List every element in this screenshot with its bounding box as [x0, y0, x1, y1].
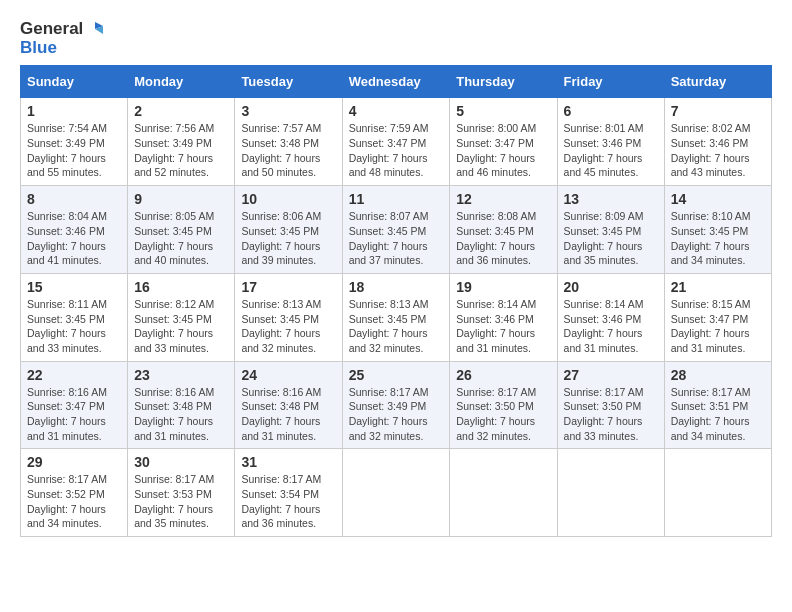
day-detail: Sunrise: 8:01 AMSunset: 3:46 PMDaylight:… — [564, 122, 644, 178]
day-number: 14 — [671, 191, 765, 207]
calendar-cell: 8 Sunrise: 8:04 AMSunset: 3:46 PMDayligh… — [21, 186, 128, 274]
day-number: 2 — [134, 103, 228, 119]
calendar-cell: 17 Sunrise: 8:13 AMSunset: 3:45 PMDaylig… — [235, 273, 342, 361]
day-detail: Sunrise: 8:04 AMSunset: 3:46 PMDaylight:… — [27, 210, 107, 266]
calendar-table: SundayMondayTuesdayWednesdayThursdayFrid… — [20, 65, 772, 537]
day-number: 7 — [671, 103, 765, 119]
logo-text: General Blue — [20, 20, 103, 57]
logo: General Blue — [20, 20, 103, 57]
calendar-cell: 20 Sunrise: 8:14 AMSunset: 3:46 PMDaylig… — [557, 273, 664, 361]
calendar-cell — [664, 449, 771, 537]
day-detail: Sunrise: 8:17 AMSunset: 3:50 PMDaylight:… — [456, 386, 536, 442]
day-detail: Sunrise: 8:11 AMSunset: 3:45 PMDaylight:… — [27, 298, 107, 354]
day-number: 22 — [27, 367, 121, 383]
day-number: 29 — [27, 454, 121, 470]
day-number: 17 — [241, 279, 335, 295]
calendar-cell: 31 Sunrise: 8:17 AMSunset: 3:54 PMDaylig… — [235, 449, 342, 537]
day-detail: Sunrise: 8:16 AMSunset: 3:47 PMDaylight:… — [27, 386, 107, 442]
day-number: 5 — [456, 103, 550, 119]
day-detail: Sunrise: 8:15 AMSunset: 3:47 PMDaylight:… — [671, 298, 751, 354]
day-number: 19 — [456, 279, 550, 295]
calendar-cell: 1 Sunrise: 7:54 AMSunset: 3:49 PMDayligh… — [21, 98, 128, 186]
calendar-cell: 19 Sunrise: 8:14 AMSunset: 3:46 PMDaylig… — [450, 273, 557, 361]
day-detail: Sunrise: 8:09 AMSunset: 3:45 PMDaylight:… — [564, 210, 644, 266]
day-detail: Sunrise: 8:10 AMSunset: 3:45 PMDaylight:… — [671, 210, 751, 266]
calendar-week-row: 22 Sunrise: 8:16 AMSunset: 3:47 PMDaylig… — [21, 361, 772, 449]
day-detail: Sunrise: 8:12 AMSunset: 3:45 PMDaylight:… — [134, 298, 214, 354]
calendar-cell — [342, 449, 450, 537]
calendar-week-row: 15 Sunrise: 8:11 AMSunset: 3:45 PMDaylig… — [21, 273, 772, 361]
calendar-cell: 25 Sunrise: 8:17 AMSunset: 3:49 PMDaylig… — [342, 361, 450, 449]
day-number: 4 — [349, 103, 444, 119]
day-detail: Sunrise: 8:13 AMSunset: 3:45 PMDaylight:… — [349, 298, 429, 354]
calendar-cell: 23 Sunrise: 8:16 AMSunset: 3:48 PMDaylig… — [128, 361, 235, 449]
calendar-cell — [557, 449, 664, 537]
day-detail: Sunrise: 7:54 AMSunset: 3:49 PMDaylight:… — [27, 122, 107, 178]
column-header-friday: Friday — [557, 66, 664, 98]
calendar-cell: 2 Sunrise: 7:56 AMSunset: 3:49 PMDayligh… — [128, 98, 235, 186]
day-number: 16 — [134, 279, 228, 295]
day-detail: Sunrise: 8:17 AMSunset: 3:50 PMDaylight:… — [564, 386, 644, 442]
calendar-header-row: SundayMondayTuesdayWednesdayThursdayFrid… — [21, 66, 772, 98]
column-header-thursday: Thursday — [450, 66, 557, 98]
day-number: 30 — [134, 454, 228, 470]
day-number: 10 — [241, 191, 335, 207]
day-number: 25 — [349, 367, 444, 383]
day-number: 8 — [27, 191, 121, 207]
calendar-cell: 26 Sunrise: 8:17 AMSunset: 3:50 PMDaylig… — [450, 361, 557, 449]
calendar-cell: 18 Sunrise: 8:13 AMSunset: 3:45 PMDaylig… — [342, 273, 450, 361]
calendar-week-row: 29 Sunrise: 8:17 AMSunset: 3:52 PMDaylig… — [21, 449, 772, 537]
column-header-wednesday: Wednesday — [342, 66, 450, 98]
calendar-cell: 27 Sunrise: 8:17 AMSunset: 3:50 PMDaylig… — [557, 361, 664, 449]
day-number: 28 — [671, 367, 765, 383]
day-number: 1 — [27, 103, 121, 119]
day-number: 15 — [27, 279, 121, 295]
calendar-week-row: 8 Sunrise: 8:04 AMSunset: 3:46 PMDayligh… — [21, 186, 772, 274]
logo-blue: Blue — [20, 39, 103, 58]
day-detail: Sunrise: 8:17 AMSunset: 3:49 PMDaylight:… — [349, 386, 429, 442]
day-detail: Sunrise: 8:17 AMSunset: 3:53 PMDaylight:… — [134, 473, 214, 529]
day-detail: Sunrise: 8:13 AMSunset: 3:45 PMDaylight:… — [241, 298, 321, 354]
calendar-cell: 10 Sunrise: 8:06 AMSunset: 3:45 PMDaylig… — [235, 186, 342, 274]
day-detail: Sunrise: 8:17 AMSunset: 3:51 PMDaylight:… — [671, 386, 751, 442]
day-detail: Sunrise: 7:59 AMSunset: 3:47 PMDaylight:… — [349, 122, 429, 178]
day-number: 26 — [456, 367, 550, 383]
day-number: 11 — [349, 191, 444, 207]
column-header-monday: Monday — [128, 66, 235, 98]
calendar-cell: 15 Sunrise: 8:11 AMSunset: 3:45 PMDaylig… — [21, 273, 128, 361]
day-detail: Sunrise: 8:05 AMSunset: 3:45 PMDaylight:… — [134, 210, 214, 266]
calendar-cell: 28 Sunrise: 8:17 AMSunset: 3:51 PMDaylig… — [664, 361, 771, 449]
day-detail: Sunrise: 8:02 AMSunset: 3:46 PMDaylight:… — [671, 122, 751, 178]
calendar-cell: 4 Sunrise: 7:59 AMSunset: 3:47 PMDayligh… — [342, 98, 450, 186]
day-detail: Sunrise: 8:00 AMSunset: 3:47 PMDaylight:… — [456, 122, 536, 178]
calendar-week-row: 1 Sunrise: 7:54 AMSunset: 3:49 PMDayligh… — [21, 98, 772, 186]
header: General Blue — [20, 20, 772, 57]
day-detail: Sunrise: 8:08 AMSunset: 3:45 PMDaylight:… — [456, 210, 536, 266]
day-detail: Sunrise: 8:06 AMSunset: 3:45 PMDaylight:… — [241, 210, 321, 266]
calendar-cell: 13 Sunrise: 8:09 AMSunset: 3:45 PMDaylig… — [557, 186, 664, 274]
day-detail: Sunrise: 8:14 AMSunset: 3:46 PMDaylight:… — [564, 298, 644, 354]
column-header-saturday: Saturday — [664, 66, 771, 98]
day-detail: Sunrise: 8:07 AMSunset: 3:45 PMDaylight:… — [349, 210, 429, 266]
day-number: 18 — [349, 279, 444, 295]
day-number: 21 — [671, 279, 765, 295]
calendar-cell: 14 Sunrise: 8:10 AMSunset: 3:45 PMDaylig… — [664, 186, 771, 274]
logo-general: General — [20, 20, 83, 39]
day-number: 9 — [134, 191, 228, 207]
column-header-sunday: Sunday — [21, 66, 128, 98]
day-number: 20 — [564, 279, 658, 295]
logo-bird-icon — [85, 20, 103, 38]
calendar-cell: 29 Sunrise: 8:17 AMSunset: 3:52 PMDaylig… — [21, 449, 128, 537]
day-number: 27 — [564, 367, 658, 383]
day-number: 31 — [241, 454, 335, 470]
calendar-cell: 30 Sunrise: 8:17 AMSunset: 3:53 PMDaylig… — [128, 449, 235, 537]
day-detail: Sunrise: 7:56 AMSunset: 3:49 PMDaylight:… — [134, 122, 214, 178]
day-detail: Sunrise: 7:57 AMSunset: 3:48 PMDaylight:… — [241, 122, 321, 178]
calendar-cell: 6 Sunrise: 8:01 AMSunset: 3:46 PMDayligh… — [557, 98, 664, 186]
calendar-cell: 11 Sunrise: 8:07 AMSunset: 3:45 PMDaylig… — [342, 186, 450, 274]
day-detail: Sunrise: 8:16 AMSunset: 3:48 PMDaylight:… — [241, 386, 321, 442]
column-header-tuesday: Tuesday — [235, 66, 342, 98]
day-number: 23 — [134, 367, 228, 383]
calendar-cell: 12 Sunrise: 8:08 AMSunset: 3:45 PMDaylig… — [450, 186, 557, 274]
calendar-cell: 5 Sunrise: 8:00 AMSunset: 3:47 PMDayligh… — [450, 98, 557, 186]
